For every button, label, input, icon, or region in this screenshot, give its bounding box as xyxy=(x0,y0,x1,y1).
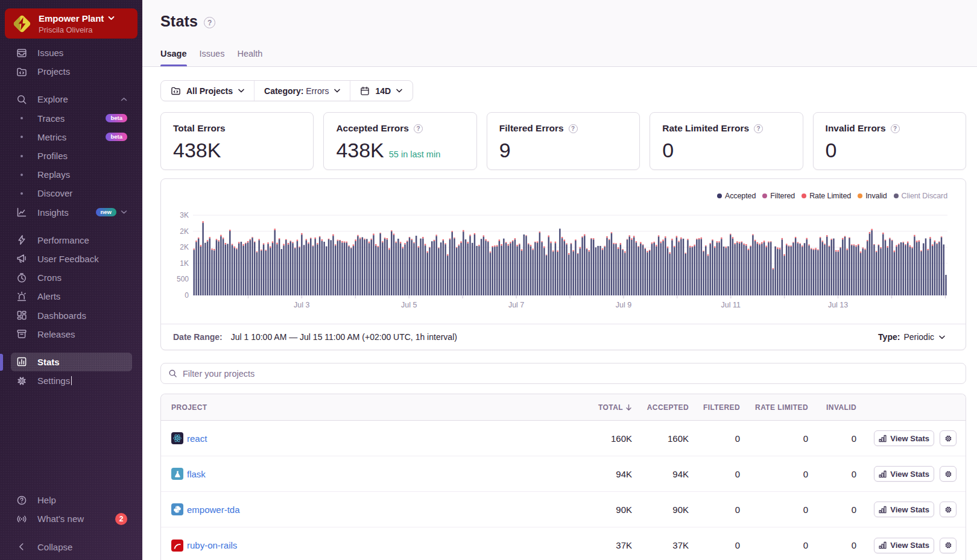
svg-text:3K: 3K xyxy=(180,211,189,219)
svg-text:Jul 13: Jul 13 xyxy=(828,301,848,309)
svg-text:Jul 5: Jul 5 xyxy=(401,301,417,309)
svg-text:500: 500 xyxy=(177,275,189,283)
svg-text:Jul 3: Jul 3 xyxy=(294,301,309,309)
svg-text:Jul 11: Jul 11 xyxy=(721,301,741,309)
svg-text:2K: 2K xyxy=(180,227,189,236)
svg-text:Jul 7: Jul 7 xyxy=(508,301,524,309)
svg-text:Jul 9: Jul 9 xyxy=(616,301,631,309)
svg-text:1K: 1K xyxy=(180,259,189,268)
svg-text:0: 0 xyxy=(185,291,189,300)
svg-text:2K: 2K xyxy=(180,243,189,251)
